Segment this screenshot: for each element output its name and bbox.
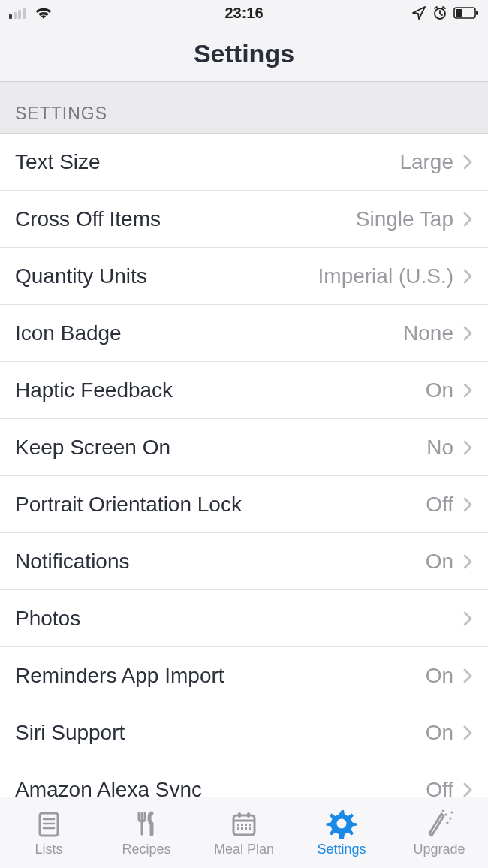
screen: 23:16 Settings [0,0,488,868]
row-value: Imperial (U.S.) [318,264,453,288]
svg-rect-14 [238,812,241,818]
chevron-right-icon [462,553,473,570]
row-notifications[interactable]: Notifications On [0,533,488,590]
status-right [411,5,479,20]
svg-rect-21 [241,827,243,830]
svg-point-30 [442,809,444,812]
row-label: Haptic Feedback [15,378,417,402]
svg-point-28 [446,821,448,824]
tab-settings[interactable]: Settings [293,797,390,868]
svg-rect-7 [456,9,462,17]
row-label: Quantity Units [15,264,309,288]
svg-rect-18 [245,824,247,826]
nav-title-bar: Settings [0,26,488,82]
row-label: Cross Off Items [15,207,347,231]
svg-point-29 [450,811,453,813]
section-header-text: SETTINGS [15,104,107,124]
row-text-size[interactable]: Text Size Large [0,134,488,191]
chevron-right-icon [462,154,473,170]
row-label: Icon Badge [15,321,394,345]
row-label: Reminders App Import [15,664,417,688]
svg-rect-1 [14,12,17,19]
chevron-right-icon [462,496,473,513]
meal-plan-icon [227,809,261,839]
svg-rect-6 [476,11,478,15]
tab-lists[interactable]: Lists [0,797,98,868]
svg-rect-17 [241,824,243,826]
row-reminders-app-import[interactable]: Reminders App Import On [0,647,488,704]
cellular-icon [9,7,29,19]
row-haptic-feedback[interactable]: Haptic Feedback On [0,362,488,419]
chevron-right-icon [462,725,473,741]
tab-recipes[interactable]: Recipes [98,797,195,868]
battery-icon [453,7,479,19]
svg-rect-15 [247,812,250,818]
tab-meal-plan[interactable]: Meal Plan [195,797,293,868]
status-left [9,6,53,20]
chevron-right-icon [462,211,473,228]
tab-label: Lists [35,842,62,857]
row-value: Large [399,150,453,174]
svg-rect-16 [237,824,239,826]
tab-label: Recipes [122,842,170,857]
section-header: SETTINGS [0,82,488,134]
svg-rect-23 [249,827,251,830]
row-value: Off [426,778,453,797]
chevron-right-icon [462,439,473,456]
wifi-icon [35,6,53,20]
row-photos[interactable]: Photos [0,590,488,647]
tab-label: Upgrade [413,842,465,857]
row-value: On [426,664,453,688]
chevron-right-icon [462,610,473,627]
row-quantity-units[interactable]: Quantity Units Imperial (U.S.) [0,248,488,305]
row-label: Siri Support [15,721,417,745]
svg-rect-12 [233,815,255,835]
svg-point-25 [337,818,347,828]
row-value: On [426,550,453,574]
settings-icon [325,809,358,839]
svg-rect-20 [237,827,239,830]
svg-rect-3 [23,8,26,19]
row-value: Off [426,493,453,517]
row-value: None [403,321,453,345]
svg-rect-22 [245,827,247,830]
row-label: Portrait Orientation Lock [15,493,417,517]
tab-label: Settings [317,842,366,857]
row-value: On [426,378,453,402]
svg-rect-0 [9,14,12,19]
alarm-icon [432,5,447,20]
settings-list: Text Size Large Cross Off Items Single T… [0,134,488,797]
chevron-right-icon [462,382,473,399]
row-siri-support[interactable]: Siri Support On [0,704,488,761]
row-label: Keep Screen On [15,436,417,460]
status-bar: 23:16 [0,0,488,26]
recipes-icon [130,809,163,839]
chevron-right-icon [462,668,473,684]
row-label: Amazon Alexa Sync [15,778,417,797]
row-value: No [426,436,453,460]
row-label: Text Size [15,150,390,174]
row-label: Photos [15,607,444,631]
row-value: Single Tap [356,207,453,231]
tab-upgrade[interactable]: Upgrade [390,797,488,868]
row-cross-off-items[interactable]: Cross Off Items Single Tap [0,191,488,248]
page-title: Settings [194,39,294,68]
chevron-right-icon [462,268,473,285]
row-icon-badge[interactable]: Icon Badge None [0,305,488,362]
row-portrait-orientation-lock[interactable]: Portrait Orientation Lock Off [0,476,488,533]
row-label: Notifications [15,550,417,574]
svg-rect-2 [18,10,21,19]
row-keep-screen-on[interactable]: Keep Screen On No [0,419,488,476]
upgrade-icon [423,809,456,839]
row-amazon-alexa-sync[interactable]: Amazon Alexa Sync Off [0,761,488,797]
location-icon [411,5,426,20]
row-value: On [426,721,453,745]
tab-bar: Lists Recipes [0,797,488,868]
svg-point-26 [444,813,447,815]
svg-rect-19 [249,824,251,826]
lists-icon [32,809,65,839]
chevron-right-icon [462,782,473,797]
svg-point-27 [449,817,451,819]
tab-label: Meal Plan [214,842,274,857]
chevron-right-icon [462,325,473,342]
